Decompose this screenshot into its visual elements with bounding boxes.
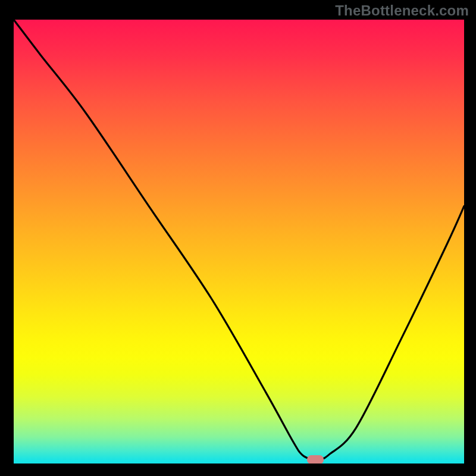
- plot-area: [14, 20, 464, 464]
- bottleneck-curve: [14, 20, 464, 464]
- watermark-text: TheBottleneck.com: [335, 2, 469, 19]
- optimal-marker: [307, 455, 324, 464]
- outer-frame: TheBottleneck.com: [0, 0, 476, 476]
